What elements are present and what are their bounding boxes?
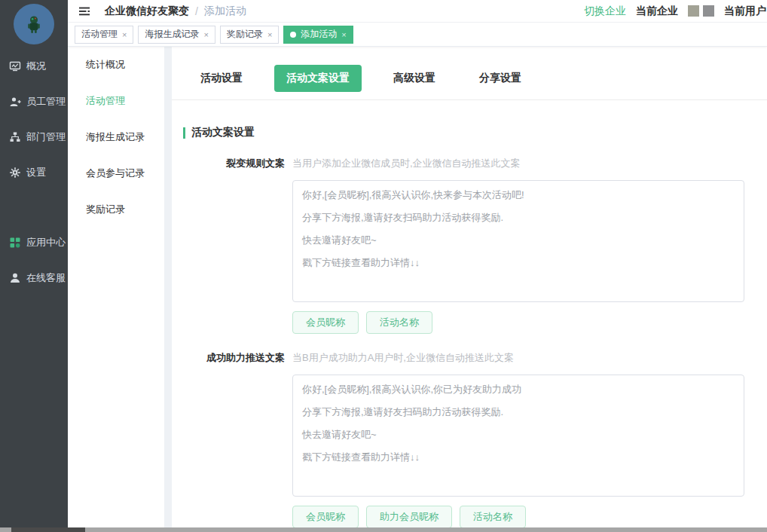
app-logo [0, 0, 68, 48]
assist-copy-textarea[interactable]: 你好,[会员昵称],很高兴认识你,你已为好友助力成功 分享下方海报,邀请好友扫码… [292, 375, 744, 497]
logo-mascot-icon [23, 13, 45, 35]
tag-close-icon[interactable]: × [267, 30, 272, 39]
tag-poster-records[interactable]: 海报生成记录 × [138, 26, 215, 44]
employee-icon [9, 96, 21, 108]
form-row-fission-copy: 裂变规则文案 当用户添加企业微信成员时,企业微信自动推送此文案 你好,[会员昵称… [172, 156, 767, 334]
tag-label: 活动管理 [81, 28, 118, 41]
breadcrumb-root[interactable]: 企业微信好友聚变 [105, 5, 189, 18]
sidebar-item-label: 应用中心 [26, 236, 66, 249]
sidebar-item-overview[interactable]: 概况 [0, 48, 68, 84]
insert-member-nickname-button[interactable]: 会员昵称 [292, 311, 359, 334]
panel-gutter [164, 47, 172, 532]
horizontal-scrollbar-thumb[interactable] [11, 527, 85, 532]
tab-advanced-settings[interactable]: 高级设置 [381, 65, 448, 92]
active-tag-dot [290, 32, 296, 38]
tag-close-icon[interactable]: × [122, 30, 127, 39]
tag-close-icon[interactable]: × [341, 30, 346, 39]
current-company-label: 当前企业 [636, 5, 678, 18]
header-right: 切换企业 当前企业 当前用户 [584, 5, 767, 18]
insert-token-buttons: 会员昵称 助力会员昵称 活动名称 [292, 506, 744, 528]
tags-view-bar: 活动管理 × 海报生成记录 × 奖励记录 × 添加活动 × [68, 23, 767, 47]
submenu-item-reward-records[interactable]: 奖励记录 [68, 191, 164, 228]
sidebar-item-settings[interactable]: 设置 [0, 154, 68, 190]
collapse-sidebar-icon[interactable] [78, 5, 91, 17]
submenu-item-member-participation[interactable]: 会员参与记录 [68, 155, 164, 191]
sidebar-item-label: 设置 [26, 166, 46, 179]
field-body: 当B用户成功助力A用户时,企业微信自动推送此文案 你好,[会员昵称],很高兴认识… [292, 350, 744, 528]
insert-token-buttons: 会员昵称 活动名称 [292, 311, 744, 334]
sidebar-spacer [0, 190, 68, 225]
insert-activity-name-button[interactable]: 活动名称 [366, 311, 432, 334]
form-row-assist-copy: 成功助力推送文案 当B用户成功助力A用户时,企业微信自动推送此文案 你好,[会员… [172, 350, 767, 528]
tag-activity-management[interactable]: 活动管理 × [75, 26, 133, 44]
section-accent-bar [183, 127, 185, 139]
field-hint: 当用户添加企业微信成员时,企业微信自动推送此文案 [292, 156, 744, 171]
fission-copy-textarea[interactable]: 你好,[会员昵称],很高兴认识你,快来参与本次活动吧! 分享下方海报,邀请好友扫… [292, 180, 744, 302]
switch-company-link[interactable]: 切换企业 [584, 5, 626, 18]
sidebar-item-online-support[interactable]: 在线客服 [0, 260, 68, 295]
tag-label: 奖励记录 [227, 28, 263, 41]
company-logo-block-1 [688, 5, 699, 17]
section-title: 活动文案设置 [191, 126, 255, 139]
field-label: 裂变规则文案 [172, 156, 285, 334]
field-label: 成功助力推送文案 [172, 350, 285, 528]
sidebar-item-departments[interactable]: 部门管理 [0, 119, 68, 154]
tag-add-activity[interactable]: 添加活动 × [283, 26, 353, 44]
sidebar-item-app-center[interactable]: 应用中心 [0, 225, 68, 260]
main-sidebar: 概况 员工管理 部门管理 [0, 0, 68, 532]
support-agent-icon [9, 272, 21, 284]
insert-assist-member-nickname-button[interactable]: 助力会员昵称 [366, 506, 452, 528]
field-body: 当用户添加企业微信成员时,企业微信自动推送此文案 你好,[会员昵称],很高兴认识… [292, 156, 744, 334]
horizontal-scrollbar[interactable] [0, 527, 767, 532]
main-content: 活动设置 活动文案设置 高级设置 分享设置 活动文案设置 裂变规则文案 当用户添… [172, 47, 767, 532]
tab-activity-settings[interactable]: 活动设置 [188, 65, 255, 92]
tab-share-settings[interactable]: 分享设置 [467, 65, 533, 92]
logo-circle [14, 4, 54, 44]
submenu-item-statistics[interactable]: 统计概况 [68, 47, 164, 83]
insert-activity-name-button[interactable]: 活动名称 [460, 506, 526, 528]
section-header: 活动文案设置 [183, 126, 767, 139]
apps-grid-icon [9, 237, 21, 249]
settings-tabs: 活动设置 活动文案设置 高级设置 分享设置 [172, 47, 767, 100]
department-icon [9, 131, 21, 143]
gear-icon [9, 167, 21, 179]
sidebar-item-label: 部门管理 [26, 130, 66, 144]
company-logo-block-2 [703, 5, 714, 17]
app-window: 概况 员工管理 部门管理 [0, 0, 767, 532]
insert-member-nickname-button[interactable]: 会员昵称 [292, 506, 359, 528]
tab-copy-settings[interactable]: 活动文案设置 [274, 65, 362, 92]
submenu-item-activity-management[interactable]: 活动管理 [68, 83, 164, 119]
tag-reward-records[interactable]: 奖励记录 × [220, 26, 279, 44]
current-user-label[interactable]: 当前用户 [724, 5, 766, 18]
sidebar-item-employees[interactable]: 员工管理 [0, 84, 68, 119]
sidebar-item-label: 在线客服 [26, 271, 66, 285]
tag-label: 海报生成记录 [145, 28, 199, 41]
field-hint: 当B用户成功助力A用户时,企业微信自动推送此文案 [292, 350, 744, 365]
tag-label: 添加活动 [301, 28, 337, 41]
dashboard-icon [9, 60, 21, 72]
secondary-menu: 统计概况 活动管理 海报生成记录 会员参与记录 奖励记录 [68, 47, 164, 532]
breadcrumb: 企业微信好友聚变 / 添加活动 [105, 5, 246, 18]
tag-close-icon[interactable]: × [203, 30, 208, 39]
breadcrumb-separator: / [195, 5, 198, 17]
submenu-item-poster-records[interactable]: 海报生成记录 [68, 119, 164, 155]
breadcrumb-current: 添加活动 [204, 5, 246, 18]
company-logo [688, 5, 714, 17]
sidebar-item-label: 概况 [26, 60, 46, 73]
sidebar-item-label: 员工管理 [26, 95, 66, 109]
top-header: 企业微信好友聚变 / 添加活动 切换企业 当前企业 当前用户 [68, 0, 767, 23]
